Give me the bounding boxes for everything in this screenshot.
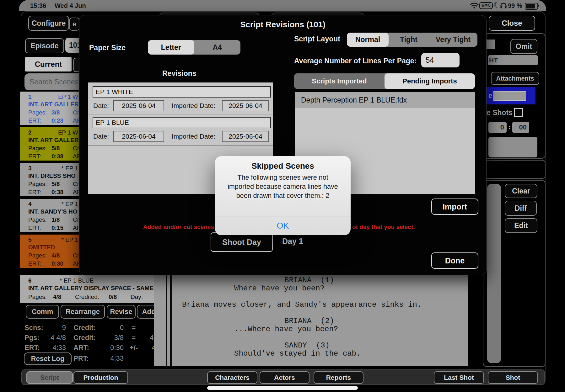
tab-reports[interactable]: Reports [314,371,363,384]
day-label: Day: [131,294,143,300]
ert-total-value: 4:33 [41,344,66,352]
omit-button[interactable]: Omit [510,39,537,54]
shot-button[interactable]: Shot [488,371,538,384]
omit-label: Omit [516,42,532,51]
actors-tab-label: Actors [274,374,295,381]
edit-button[interactable]: Edit [505,218,537,233]
reset-log-button[interactable]: Reset Log [24,352,72,365]
scene-row-5[interactable]: 5 * EP 1 OMITTED Pages:4/8Credited: ERT:… [20,235,79,268]
page-edge-line [170,275,172,366]
pending-imports-tab[interactable]: Pending Imports [385,73,475,89]
equals-sign: = [127,334,141,342]
pages-label: Pages: [28,109,47,116]
script-layout-segment: Normal Tight Very Tight [347,33,477,47]
ert-label: ERT: [28,153,41,160]
episode-label: Episode [30,42,58,50]
date-label: Date: [93,102,109,109]
paper-a4-option[interactable]: A4 [194,40,241,55]
configure-button[interactable]: Configure [28,16,69,31]
imported-date-label: Imported Date: [172,102,215,109]
rearrange-button[interactable]: Rearrange [61,305,105,319]
comm-button[interactable]: Comm [26,305,59,319]
ert-label: ERT: [28,117,41,124]
pages-label: Pages: [28,216,47,223]
tab-script[interactable]: Script [26,371,73,384]
vpn-badge: VPN [479,2,493,9]
partial-background-button[interactable]: e [69,18,80,31]
shot-name-field[interactable] [493,91,526,101]
revision-name-row[interactable]: EP 1 WHITE [93,86,271,98]
wifi-icon [470,3,479,9]
shoot-day-label: Shoot Day [222,238,261,247]
script-dialogue: ...Where have you been? [234,325,338,333]
scene-row-3[interactable]: 3 * EP 1 INT. DRESS SHO Pages:5/8Credite… [20,163,79,196]
notes-field[interactable] [488,137,537,157]
selected-shot-row[interactable]: e [486,87,535,104]
production-tab-label: Production [83,374,118,381]
scene-revision: * EP 1 [61,201,78,208]
tab-production[interactable]: Production [73,371,128,384]
layout-very-tight-option[interactable]: Very Tight [429,33,477,47]
status-bar: 15:36 Wed 4 Jun VPN ☾ 99 % [19,0,546,11]
paper-size-label: Paper Size [89,44,126,52]
comm-label: Comm [32,308,53,316]
current-tab-label: Current [35,60,62,69]
shoot-day-button[interactable]: Shoot Day [211,232,273,252]
configure-label: Configure [32,19,66,28]
scene-row-4[interactable]: 4 * EP 1 INT. SANDY'S HO Pages:1/8Credit… [20,199,79,232]
draw-tool-bar[interactable] [487,184,501,363]
import-button[interactable]: Import [431,199,478,215]
scene-heading: INT. ART GALLER [28,101,79,108]
seconds-field[interactable]: 00 [512,122,529,133]
credited-label: Credited: [73,216,79,223]
ok-label: OK [277,221,289,231]
diff-button[interactable]: Diff [505,201,537,216]
date-field[interactable]: 2025-06-04 [113,131,164,142]
close-button[interactable]: Close [489,16,535,31]
revision-name-row[interactable]: EP 1 BLUE [93,117,271,128]
ok-button[interactable]: OK [215,216,351,235]
last-shot-button[interactable]: Last Shot [434,371,484,384]
search-input[interactable] [24,73,85,90]
scripts-imported-tab[interactable]: Scripts Imported [294,73,385,89]
clear-button[interactable]: Clear [505,184,537,198]
row-divider [88,114,273,114]
tab-actors[interactable]: Actors [260,371,309,384]
paper-letter-option[interactable]: Letter [148,40,194,55]
row-divider [88,145,273,146]
clear-label: Clear [512,187,530,195]
attachments-button[interactable]: Attachments [491,72,539,85]
characters-tab-label: Characters [215,374,250,381]
done-button[interactable]: Done [431,252,478,269]
scene-revision: EP 1 W [58,93,78,100]
home-indicator[interactable] [207,386,358,390]
episode-button[interactable]: Episode [25,38,64,53]
imported-date-field[interactable]: 2025-06-04 [222,100,269,111]
tab-current[interactable]: Current [25,57,72,72]
pending-file-row[interactable]: Depth Perception EP 1 BLUE.fdx [295,92,475,108]
layout-normal-option[interactable]: Normal [347,33,389,47]
import-label: Import [443,202,467,211]
date-field[interactable]: 2025-06-04 [113,100,164,111]
scene-row-6[interactable]: 6 * EP 1 BLUE INT. ART GALLERY DISPLAY S… [20,275,166,303]
credited-label: Credited: [73,181,79,188]
dialog-title: Script Revisions (101) [79,20,486,29]
ert-value: 0:38 [51,189,63,196]
scene-row-2[interactable]: 2 EP 1 W INT. ART GALLER Pages:5/8Credit… [20,127,79,161]
layout-tight-option[interactable]: Tight [389,33,429,47]
imported-date-field[interactable]: 2025-06-04 [222,131,269,142]
last-shot-label: Last Shot [444,374,474,381]
scene-revision: * EP 1 [61,165,78,172]
revise-button[interactable]: Revise [107,305,136,319]
tab-characters[interactable]: Characters [207,371,257,384]
minutes-field[interactable]: 0 [488,122,507,133]
shot-row-fragment: e [488,92,492,100]
scene-row-1[interactable]: 1 EP 1 W INT. ART GALLER Pages:3/8Credit… [20,92,79,125]
shots-checkbox[interactable] [514,108,523,117]
partial-button-label: e [73,20,76,28]
pages-label: Pages: [28,252,47,259]
ert-label: ERT: [28,260,41,267]
page-edge-line [166,275,167,366]
art-label: ART: [73,225,79,231]
avg-lines-field[interactable]: 54 [421,53,460,67]
